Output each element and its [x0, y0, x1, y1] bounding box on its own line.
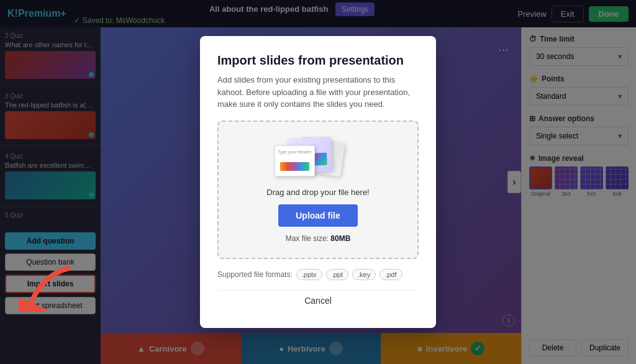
formats-row: Supported file formats: .pptx .ppt .key …: [217, 269, 419, 280]
drop-zone-illustration: [275, 137, 361, 180]
modal-title: Import slides from presentation: [217, 53, 419, 68]
slide-illus-front: [275, 145, 315, 176]
format-key: .key: [352, 269, 376, 280]
modal-description: Add slides from your existing presentati…: [217, 74, 419, 111]
format-pdf: .pdf: [379, 269, 402, 280]
max-size-text: Max file size: 80MB: [286, 234, 351, 243]
format-ppt: .ppt: [326, 269, 348, 280]
max-size-label: Max file size:: [286, 234, 329, 243]
formats-label: Supported file formats:: [217, 270, 293, 279]
drop-zone[interactable]: Drag and drop your file here! Upload fil…: [217, 121, 419, 259]
import-slides-modal: Import slides from presentation Add slid…: [200, 36, 436, 328]
format-pptx: .pptx: [296, 269, 322, 280]
cancel-button[interactable]: Cancel: [217, 290, 419, 311]
upload-file-button[interactable]: Upload file: [278, 204, 358, 227]
max-size-value: 80MB: [330, 234, 350, 243]
drop-zone-text: Drag and drop your file here!: [266, 188, 369, 197]
modal-overlay[interactable]: Import slides from presentation Add slid…: [0, 0, 636, 364]
